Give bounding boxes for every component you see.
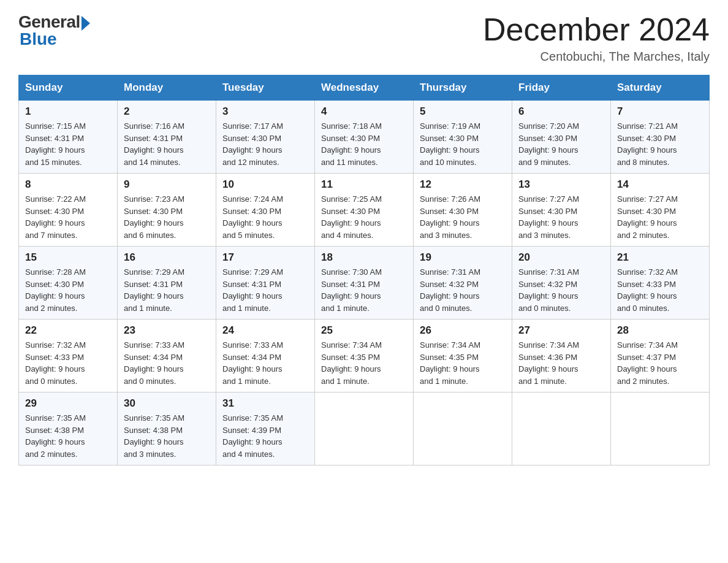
day-info: Sunrise: 7:28 AM Sunset: 4:30 PM Dayligh… [25,266,111,314]
day-number: 1 [25,105,111,118]
calendar-cell: 14 Sunrise: 7:27 AM Sunset: 4:30 PM Dayl… [611,174,710,247]
calendar-cell [315,393,414,465]
day-number: 4 [321,105,407,118]
header-wednesday: Wednesday [315,75,414,101]
calendar-cell: 15 Sunrise: 7:28 AM Sunset: 4:30 PM Dayl… [19,247,118,320]
day-info: Sunrise: 7:27 AM Sunset: 4:30 PM Dayligh… [617,193,703,241]
day-info: Sunrise: 7:29 AM Sunset: 4:31 PM Dayligh… [222,266,308,314]
header-monday: Monday [118,75,216,101]
day-info: Sunrise: 7:35 AM Sunset: 4:39 PM Dayligh… [222,412,308,460]
day-number: 8 [25,178,111,191]
title-area: December 2024 Centobuchi, The Marches, I… [483,12,710,64]
day-info: Sunrise: 7:23 AM Sunset: 4:30 PM Dayligh… [124,193,210,241]
header-thursday: Thursday [414,75,512,101]
day-info: Sunrise: 7:16 AM Sunset: 4:31 PM Dayligh… [124,120,210,168]
day-info: Sunrise: 7:21 AM Sunset: 4:30 PM Dayligh… [617,120,703,168]
day-info: Sunrise: 7:34 AM Sunset: 4:37 PM Dayligh… [617,339,703,387]
calendar-cell: 30 Sunrise: 7:35 AM Sunset: 4:38 PM Dayl… [118,393,216,465]
day-number: 27 [518,324,604,337]
location-subtitle: Centobuchi, The Marches, Italy [483,50,710,64]
logo-arrow-icon [82,16,90,31]
day-number: 2 [124,105,210,118]
day-info: Sunrise: 7:24 AM Sunset: 4:30 PM Dayligh… [222,193,308,241]
day-number: 18 [321,251,407,264]
day-number: 11 [321,178,407,191]
day-info: Sunrise: 7:19 AM Sunset: 4:30 PM Dayligh… [420,120,506,168]
day-number: 21 [617,251,703,264]
calendar-cell: 17 Sunrise: 7:29 AM Sunset: 4:31 PM Dayl… [216,247,315,320]
calendar-cell: 7 Sunrise: 7:21 AM Sunset: 4:30 PM Dayli… [611,101,710,174]
calendar-cell: 22 Sunrise: 7:32 AM Sunset: 4:33 PM Dayl… [19,320,118,393]
day-info: Sunrise: 7:34 AM Sunset: 4:35 PM Dayligh… [420,339,506,387]
day-number: 28 [617,324,703,337]
calendar-cell: 3 Sunrise: 7:17 AM Sunset: 4:30 PM Dayli… [216,101,315,174]
day-info: Sunrise: 7:20 AM Sunset: 4:30 PM Dayligh… [518,120,604,168]
day-number: 30 [124,397,210,410]
calendar-cell [414,393,512,465]
calendar-cell: 20 Sunrise: 7:31 AM Sunset: 4:32 PM Dayl… [512,247,611,320]
calendar-cell: 29 Sunrise: 7:35 AM Sunset: 4:38 PM Dayl… [19,393,118,465]
calendar-cell [512,393,611,465]
day-number: 6 [518,105,604,118]
calendar-cell: 31 Sunrise: 7:35 AM Sunset: 4:39 PM Dayl… [216,393,315,465]
day-info: Sunrise: 7:25 AM Sunset: 4:30 PM Dayligh… [321,193,407,241]
day-info: Sunrise: 7:34 AM Sunset: 4:35 PM Dayligh… [321,339,407,387]
calendar-cell: 9 Sunrise: 7:23 AM Sunset: 4:30 PM Dayli… [118,174,216,247]
calendar-cell: 10 Sunrise: 7:24 AM Sunset: 4:30 PM Dayl… [216,174,315,247]
day-number: 26 [420,324,506,337]
calendar-header-row: SundayMondayTuesdayWednesdayThursdayFrid… [19,75,710,101]
header-tuesday: Tuesday [216,75,315,101]
day-info: Sunrise: 7:35 AM Sunset: 4:38 PM Dayligh… [124,412,210,460]
calendar-cell: 26 Sunrise: 7:34 AM Sunset: 4:35 PM Dayl… [414,320,512,393]
calendar-week-2: 8 Sunrise: 7:22 AM Sunset: 4:30 PM Dayli… [19,174,710,247]
day-number: 29 [25,397,111,410]
calendar-cell: 19 Sunrise: 7:31 AM Sunset: 4:32 PM Dayl… [414,247,512,320]
day-number: 15 [25,251,111,264]
day-info: Sunrise: 7:27 AM Sunset: 4:30 PM Dayligh… [518,193,604,241]
month-title: December 2024 [483,12,710,47]
day-info: Sunrise: 7:33 AM Sunset: 4:34 PM Dayligh… [222,339,308,387]
day-number: 3 [222,105,308,118]
header-saturday: Saturday [611,75,710,101]
day-number: 9 [124,178,210,191]
calendar-table: SundayMondayTuesdayWednesdayThursdayFrid… [18,75,710,465]
day-number: 16 [124,251,210,264]
calendar-week-3: 15 Sunrise: 7:28 AM Sunset: 4:30 PM Dayl… [19,247,710,320]
logo: General Blue [18,12,90,49]
calendar-cell: 25 Sunrise: 7:34 AM Sunset: 4:35 PM Dayl… [315,320,414,393]
day-info: Sunrise: 7:22 AM Sunset: 4:30 PM Dayligh… [25,193,111,241]
calendar-cell: 13 Sunrise: 7:27 AM Sunset: 4:30 PM Dayl… [512,174,611,247]
logo-blue-text: Blue [18,29,57,49]
day-info: Sunrise: 7:34 AM Sunset: 4:36 PM Dayligh… [518,339,604,387]
day-info: Sunrise: 7:32 AM Sunset: 4:33 PM Dayligh… [617,266,703,314]
day-info: Sunrise: 7:17 AM Sunset: 4:30 PM Dayligh… [222,120,308,168]
day-number: 23 [124,324,210,337]
day-number: 25 [321,324,407,337]
day-info: Sunrise: 7:31 AM Sunset: 4:32 PM Dayligh… [518,266,604,314]
day-number: 22 [25,324,111,337]
day-info: Sunrise: 7:30 AM Sunset: 4:31 PM Dayligh… [321,266,407,314]
calendar-week-5: 29 Sunrise: 7:35 AM Sunset: 4:38 PM Dayl… [19,393,710,465]
day-number: 19 [420,251,506,264]
day-number: 17 [222,251,308,264]
day-number: 13 [518,178,604,191]
day-number: 24 [222,324,308,337]
calendar-cell: 8 Sunrise: 7:22 AM Sunset: 4:30 PM Dayli… [19,174,118,247]
calendar-cell: 5 Sunrise: 7:19 AM Sunset: 4:30 PM Dayli… [414,101,512,174]
day-number: 10 [222,178,308,191]
calendar-cell: 11 Sunrise: 7:25 AM Sunset: 4:30 PM Dayl… [315,174,414,247]
calendar-cell: 16 Sunrise: 7:29 AM Sunset: 4:31 PM Dayl… [118,247,216,320]
calendar-cell: 4 Sunrise: 7:18 AM Sunset: 4:30 PM Dayli… [315,101,414,174]
calendar-week-1: 1 Sunrise: 7:15 AM Sunset: 4:31 PM Dayli… [19,101,710,174]
calendar-cell: 1 Sunrise: 7:15 AM Sunset: 4:31 PM Dayli… [19,101,118,174]
day-info: Sunrise: 7:32 AM Sunset: 4:33 PM Dayligh… [25,339,111,387]
day-number: 20 [518,251,604,264]
day-info: Sunrise: 7:29 AM Sunset: 4:31 PM Dayligh… [124,266,210,314]
calendar-cell: 28 Sunrise: 7:34 AM Sunset: 4:37 PM Dayl… [611,320,710,393]
day-info: Sunrise: 7:15 AM Sunset: 4:31 PM Dayligh… [25,120,111,168]
day-info: Sunrise: 7:26 AM Sunset: 4:30 PM Dayligh… [420,193,506,241]
calendar-cell: 6 Sunrise: 7:20 AM Sunset: 4:30 PM Dayli… [512,101,611,174]
header-friday: Friday [512,75,611,101]
header-sunday: Sunday [19,75,118,101]
page-header: General Blue December 2024 Centobuchi, T… [18,12,710,64]
